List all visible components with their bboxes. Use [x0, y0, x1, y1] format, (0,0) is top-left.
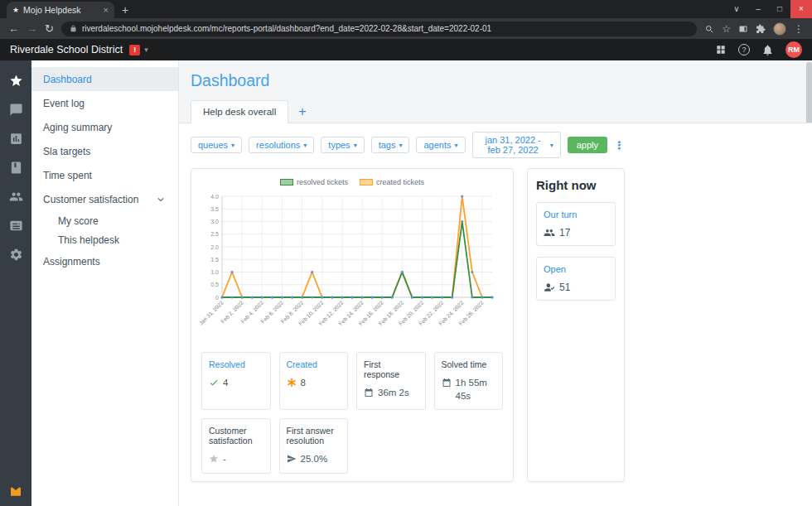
- stat-label[interactable]: Resolved: [209, 359, 263, 369]
- svg-text:0.5: 0.5: [210, 282, 219, 287]
- apps-grid-icon[interactable]: [715, 44, 727, 55]
- zoom-icon[interactable]: [704, 24, 714, 34]
- apply-button[interactable]: apply: [568, 137, 607, 153]
- reload-icon[interactable]: ↻: [45, 23, 54, 34]
- tab-search-icon[interactable]: ∨: [726, 0, 747, 18]
- rightnow-label[interactable]: Our turn: [544, 210, 608, 219]
- svg-text:1.0: 1.0: [210, 269, 219, 275]
- sidebar-item-label: This helpdesk: [58, 234, 119, 246]
- account-name[interactable]: Riverdale School District: [10, 44, 123, 55]
- address-bar[interactable]: riverdaleschool.mojohelpdesk.com/mc/repo…: [61, 22, 697, 36]
- more-options-icon[interactable]: ⋮: [614, 139, 625, 152]
- alert-badge[interactable]: !: [129, 45, 140, 55]
- account-caret-icon[interactable]: ▾: [144, 46, 148, 54]
- sidebar-item-dashboard[interactable]: Dashboard: [31, 67, 178, 91]
- stat-card-created: Created8: [279, 352, 349, 410]
- back-icon[interactable]: ←: [8, 23, 19, 34]
- filter-queues[interactable]: queues▾: [191, 137, 242, 153]
- filter-tags[interactable]: tags▾: [371, 137, 410, 153]
- stat-label: Customer satisfaction: [209, 426, 263, 446]
- tab-favicon-icon: ★: [12, 7, 19, 14]
- url-text: riverdaleschool.mojohelpdesk.com/mc/repo…: [82, 24, 491, 33]
- notifications-bell-icon[interactable]: [761, 44, 774, 56]
- forward-icon[interactable]: →: [27, 23, 37, 34]
- side-panel-icon[interactable]: [738, 24, 748, 34]
- rightnow-value-row: 17: [544, 227, 608, 239]
- rail-settings-icon[interactable]: [9, 248, 23, 262]
- rail-news-icon[interactable]: [9, 219, 23, 233]
- browser-menu-icon[interactable]: ⋮: [794, 23, 804, 35]
- browser-profile-avatar[interactable]: [773, 22, 786, 36]
- mojo-logo-icon: [8, 483, 23, 498]
- browser-tab[interactable]: ★ Mojo Helpdesk ×: [7, 2, 114, 18]
- help-icon[interactable]: ?: [738, 44, 750, 55]
- close-icon[interactable]: ×: [790, 0, 812, 18]
- sidebar-item-assignments[interactable]: Assignments: [31, 249, 178, 273]
- chevron-down-icon[interactable]: [155, 194, 167, 205]
- page-title: Dashboard: [191, 71, 812, 90]
- send-icon: [287, 454, 297, 464]
- legend-item[interactable]: resolved tickets: [280, 178, 348, 186]
- tab-content-panel: queues▾resolutions▾types▾tags▾agents▾ ja…: [179, 123, 812, 506]
- filter-resolutions[interactable]: resolutions▾: [249, 137, 314, 153]
- stat-value: 36m 2s: [378, 387, 409, 400]
- bookmark-star-icon[interactable]: ☆: [722, 23, 731, 35]
- stat-label[interactable]: Created: [287, 359, 341, 369]
- stat-card-first-response: First response36m 2s: [356, 352, 426, 410]
- stat-card-resolved: Resolved4: [201, 352, 271, 410]
- legend-swatch: [360, 179, 373, 186]
- legend-swatch: [280, 179, 293, 186]
- stat-label: First response: [364, 359, 418, 379]
- right-now-title: Right now: [536, 178, 616, 192]
- sidebar-item-sla-targets[interactable]: Sla targets: [31, 139, 178, 163]
- check-icon: [209, 378, 219, 388]
- stat-value-row: 4: [209, 377, 263, 390]
- rightnow-value: 17: [559, 227, 570, 239]
- caret-down-icon: ▾: [454, 142, 457, 149]
- date-range-picker[interactable]: jan 31, 2022 - feb 27, 2022 ▾: [472, 132, 561, 158]
- rail-messages-icon[interactable]: [9, 103, 23, 117]
- minimize-icon[interactable]: –: [747, 0, 769, 18]
- sidebar-item-event-log[interactable]: Event log: [31, 91, 178, 115]
- rail-reports-icon[interactable]: [9, 132, 23, 146]
- lock-icon: [70, 25, 77, 32]
- filter-label: tags: [379, 140, 396, 150]
- rightnow-value-row: 51: [544, 282, 608, 293]
- extensions-icon[interactable]: [756, 24, 766, 34]
- tab-close-icon[interactable]: ×: [104, 6, 109, 15]
- stats-grid: Resolved4Created8First response36m 2sSol…: [199, 352, 505, 474]
- legend-item[interactable]: created tickets: [360, 178, 424, 186]
- rightnow-our-turn: Our turn17: [536, 202, 616, 246]
- filter-agents[interactable]: agents▾: [416, 137, 465, 153]
- stat-value-row: 25.0%: [287, 453, 341, 466]
- sidebar-item-this-helpdesk[interactable]: This helpdesk: [31, 230, 178, 249]
- caret-down-icon: ▾: [550, 142, 553, 149]
- new-tab-button[interactable]: +: [122, 4, 128, 16]
- svg-text:3.0: 3.0: [210, 219, 219, 224]
- rail-docs-icon[interactable]: [9, 161, 23, 175]
- sidebar-item-my-score[interactable]: My score: [31, 211, 178, 230]
- dashboard-tabs: Help desk overall +: [179, 99, 812, 123]
- user-avatar[interactable]: RM: [785, 41, 802, 58]
- tab-help-desk-overall[interactable]: Help desk overall: [191, 100, 288, 123]
- rail-users-icon[interactable]: [9, 190, 23, 204]
- sidebar-item-label: Aging summary: [43, 122, 112, 133]
- asterisk-icon: [287, 378, 297, 388]
- maximize-icon[interactable]: □: [769, 0, 790, 18]
- right-now-boxes: Our turn17Open51: [536, 202, 616, 301]
- sidebar-item-time-spent[interactable]: Time spent: [31, 163, 178, 187]
- main-content: Dashboard Help desk overall + queues▾res…: [179, 60, 812, 506]
- calendar-icon: [364, 388, 374, 398]
- rail-star-icon[interactable]: [9, 74, 23, 88]
- sidebar-item-label: Time spent: [43, 170, 92, 181]
- stat-card-solved-time: Solved time1h 55m 45s: [434, 352, 504, 410]
- sidebar-item-aging-summary[interactable]: Aging summary: [31, 115, 178, 139]
- sidebar-item-label: My score: [58, 215, 99, 227]
- filter-types[interactable]: types▾: [321, 137, 364, 153]
- add-tab-button[interactable]: +: [298, 105, 306, 123]
- rightnow-label[interactable]: Open: [544, 264, 608, 274]
- sidebar-item-customer-satisfaction[interactable]: Customer satisfaction: [31, 187, 178, 211]
- tickets-chart-card: resolved ticketscreated tickets 00.51.01…: [191, 168, 514, 482]
- stat-value-row: 1h 55m 45s: [442, 377, 496, 402]
- filter-label: types: [328, 140, 350, 150]
